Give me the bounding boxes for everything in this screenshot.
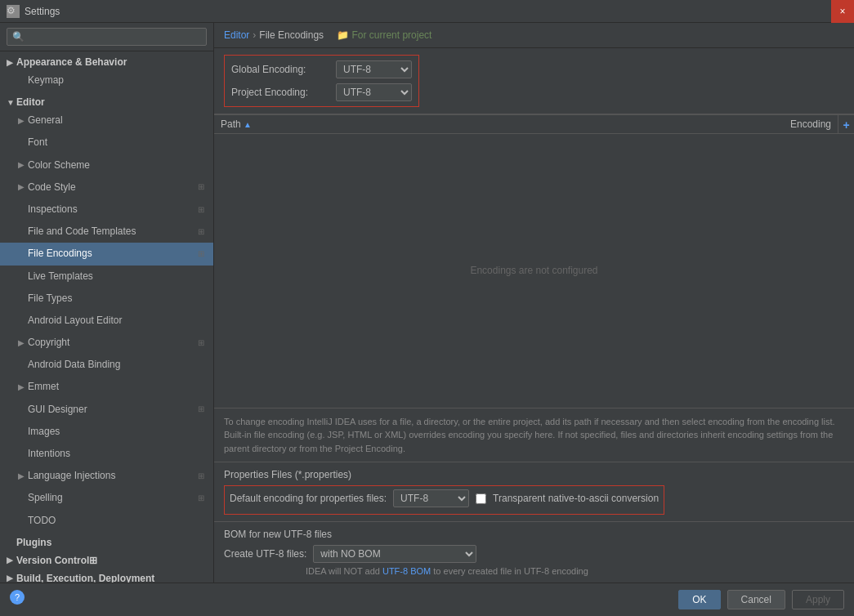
titlebar-title: Settings (25, 6, 60, 17)
properties-files-section: Properties Files (*.properties) Default … (214, 462, 854, 521)
sidebar-items-container: ▶Appearance & BehaviorKeymap▼Editor▶Gene… (0, 51, 213, 583)
properties-section-title: Properties Files (*.properties) (224, 469, 844, 480)
sidebar-item-file-types[interactable]: File Types (0, 288, 213, 310)
breadcrumb-current: File Encodings (259, 29, 324, 41)
sidebar-item-label-file-encodings: File Encodings (28, 246, 92, 261)
sidebar-item-todo[interactable]: TODO (0, 510, 213, 532)
expand-arrow-icon: ▶ (18, 181, 28, 194)
sidebar-item-images[interactable]: Images (0, 421, 213, 443)
sidebar-item-label-language-injections: Language Injections (28, 468, 115, 484)
bom-note-link[interactable]: UTF-8 BOM (382, 566, 431, 576)
sidebar-item-general[interactable]: ▶General (0, 109, 213, 132)
search-input[interactable] (7, 28, 207, 46)
sidebar-item-label-font: Font (28, 135, 47, 150)
help-button[interactable]: ? (10, 590, 25, 605)
transparent-conversion-checkbox[interactable] (476, 493, 486, 504)
sidebar-item-label-copyright: Copyright (28, 335, 69, 350)
sidebar-item-spelling[interactable]: Spelling⊞ (0, 487, 213, 509)
breadcrumb-parent[interactable]: Editor (224, 29, 249, 41)
expand-arrow-icon: ▶ (7, 556, 16, 565)
apply-button[interactable]: Apply (792, 590, 844, 609)
expand-arrow-icon: ▶ (7, 58, 16, 67)
sidebar-item-editor[interactable]: ▼Editor (0, 92, 213, 109)
sidebar-item-android-data-binding[interactable]: Android Data Binding (0, 354, 213, 376)
sidebar-item-file-encodings[interactable]: File Encodings⊞ (0, 243, 213, 265)
sidebar-item-font[interactable]: Font (0, 132, 213, 154)
create-utf8-select[interactable]: with NO BOM with BOM (313, 545, 476, 563)
project-encoding-row: Project Encoding: UTF-8 UTF-16 ISO-8859-… (231, 83, 412, 101)
bom-note: IDEA will NOT add UTF-8 BOM to every cre… (224, 566, 844, 576)
sort-arrow-icon: ▲ (244, 120, 252, 129)
bom-row: Create UTF-8 files: with NO BOM with BOM (224, 545, 844, 563)
sidebar-item-file-code-templates[interactable]: File and Code Templates⊞ (0, 221, 213, 243)
sidebar-item-version-control[interactable]: ▶Version Control⊞ (0, 550, 213, 568)
bom-section: BOM for new UTF-8 files Create UTF-8 fil… (214, 521, 854, 583)
sidebar-item-label-android-data-binding: Android Data Binding (28, 357, 120, 373)
expand-arrow-icon: ▶ (18, 337, 28, 350)
expand-arrow-icon: ▶ (18, 381, 28, 394)
sidebar-item-color-scheme[interactable]: ▶Color Scheme (0, 154, 213, 176)
project-encoding-select[interactable]: UTF-8 UTF-16 ISO-8859-1 (336, 83, 412, 101)
add-encoding-button[interactable]: + (838, 115, 854, 133)
default-encoding-label: Default encoding for properties files: (230, 493, 387, 504)
global-encoding-label: Global Encoding: (231, 64, 329, 75)
expand-arrow-icon: ▼ (7, 98, 16, 107)
default-encoding-select[interactable]: UTF-8 UTF-16 ISO-8859-1 (393, 489, 469, 507)
sidebar-item-label-inspections: Inspections (28, 202, 78, 217)
sidebar-item-code-style[interactable]: ▶Code Style⊞ (0, 176, 213, 199)
sidebar-item-copyright[interactable]: ▶Copyright⊞ (0, 332, 213, 354)
sidebar-item-label-color-scheme: Color Scheme (28, 158, 90, 173)
dialog-content: ▶Appearance & BehaviorKeymap▼Editor▶Gene… (0, 23, 854, 583)
bom-section-title: BOM for new UTF-8 files (224, 529, 844, 540)
settings-page-icon: ⊞ (195, 181, 207, 193)
sidebar-item-label-build-execution: Build, Execution, Deployment (16, 573, 154, 583)
sidebar-item-live-templates[interactable]: Live Templates (0, 266, 213, 288)
sidebar-item-build-execution[interactable]: ▶Build, Execution, Deployment (0, 568, 213, 583)
encoding-column-header: Encoding (740, 115, 838, 133)
ok-button[interactable]: OK (678, 590, 720, 609)
sidebar-item-emmet[interactable]: ▶Emmet (0, 376, 213, 398)
description-area: To change encoding IntelliJ IDEA uses fo… (214, 408, 854, 462)
sidebar-item-appearance[interactable]: ▶Appearance & Behavior (0, 51, 213, 69)
sidebar-item-label-appearance: Appearance & Behavior (16, 56, 127, 68)
close-button[interactable]: × (831, 0, 854, 23)
breadcrumb-separator: › (253, 29, 256, 41)
expand-arrow-icon: ▶ (7, 574, 16, 583)
sidebar-item-label-editor: Editor (16, 96, 45, 108)
properties-encoding-row: Default encoding for properties files: U… (230, 489, 659, 507)
sidebar-item-label-intentions: Intentions (28, 446, 70, 462)
sidebar-item-label-version-control: Version Control (16, 555, 89, 566)
sidebar-item-label-plugins: Plugins (16, 537, 51, 548)
sidebar-item-intentions[interactable]: Intentions (0, 443, 213, 465)
encoding-table-area: Path ▲ Encoding + Encodings are not conf… (214, 114, 854, 408)
sidebar-item-label-file-types: File Types (28, 291, 72, 306)
table-empty-message: Encodings are not configured (214, 134, 854, 408)
settings-icon: ⚙ (7, 5, 20, 18)
sidebar-item-android-layout[interactable]: Android Layout Editor (0, 310, 213, 332)
sidebar-item-plugins[interactable]: Plugins (0, 532, 213, 550)
sidebar-item-label-images: Images (28, 424, 60, 440)
sidebar-item-keymap[interactable]: Keymap (0, 69, 213, 92)
search-box (0, 23, 213, 51)
cancel-button[interactable]: Cancel (727, 590, 785, 609)
titlebar: ⚙ Settings × (0, 0, 854, 23)
settings-page-icon: ⊞ (195, 337, 207, 349)
sidebar-item-label-general: General (28, 113, 63, 128)
sidebar-item-inspections[interactable]: Inspections⊞ (0, 199, 213, 221)
expand-arrow-icon: ▶ (18, 114, 28, 127)
main-panel: Editor › File Encodings 📁 For current pr… (214, 23, 854, 583)
create-utf8-label: Create UTF-8 files: (224, 548, 306, 560)
sidebar-item-label-live-templates: Live Templates (28, 269, 93, 284)
sidebar-item-language-injections[interactable]: ▶Language Injections⊞ (0, 465, 213, 487)
project-encoding-label: Project Encoding: (231, 87, 329, 98)
sidebar-item-gui-designer[interactable]: GUI Designer⊞ (0, 399, 213, 421)
note-icon: 📁 (337, 29, 349, 41)
settings-page-icon: ⊞ (195, 493, 207, 504)
encoding-settings: Global Encoding: UTF-8 UTF-16 ISO-8859-1… (214, 48, 854, 114)
transparent-conversion-label: Transparent native-to-ascii conversion (493, 493, 659, 504)
settings-page-icon: ⊞ (195, 404, 207, 415)
settings-page-icon: ⊞ (89, 555, 97, 566)
global-encoding-select[interactable]: UTF-8 UTF-16 ISO-8859-1 (336, 60, 412, 78)
table-header: Path ▲ Encoding + (214, 114, 854, 134)
sidebar-item-label-keymap: Keymap (28, 73, 64, 88)
